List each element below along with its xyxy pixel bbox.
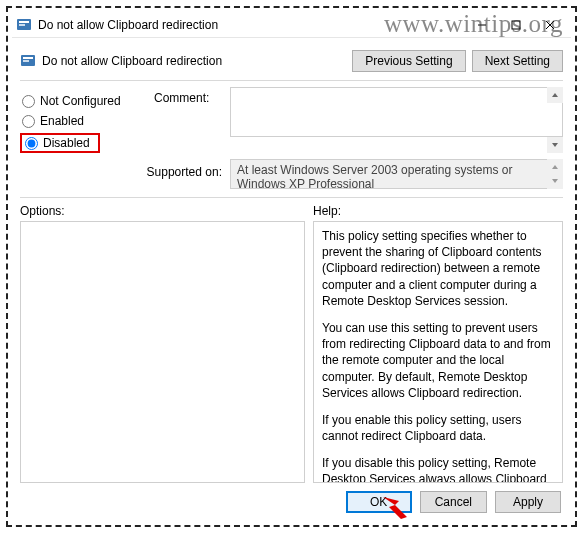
supported-field-wrap: At least Windows Server 2003 operating s… <box>230 159 563 189</box>
options-label: Options: <box>20 204 305 218</box>
help-text: If you enable this policy setting, users… <box>322 412 554 444</box>
help-text: This policy setting specifies whether to… <box>322 228 554 309</box>
radio-enabled[interactable]: Enabled <box>20 111 150 131</box>
comment-input[interactable] <box>230 87 563 137</box>
previous-setting-button[interactable]: Previous Setting <box>352 50 465 72</box>
radio-enabled-input[interactable] <box>22 115 35 128</box>
selected-highlight: Disabled <box>20 133 100 153</box>
window-titlebar: Do not allow Clipboard redirection <box>12 12 571 38</box>
next-setting-button[interactable]: Next Setting <box>472 50 563 72</box>
apply-button[interactable]: Apply <box>495 491 561 513</box>
svg-rect-8 <box>23 57 33 59</box>
svg-rect-1 <box>19 21 29 23</box>
svg-marker-13 <box>552 179 558 183</box>
svg-marker-12 <box>552 165 558 169</box>
maximize-button[interactable] <box>499 13 533 37</box>
close-button[interactable] <box>533 13 567 37</box>
cancel-button[interactable]: Cancel <box>420 491 487 513</box>
comment-label: Comment: <box>154 87 226 153</box>
minimize-button[interactable] <box>465 13 499 37</box>
ok-button[interactable]: OK <box>346 491 412 513</box>
dialog-footer: OK Cancel Apply <box>346 491 561 513</box>
policy-icon <box>16 17 32 33</box>
help-panel: This policy setting specifies whether to… <box>313 221 563 483</box>
policy-icon <box>20 53 36 69</box>
window-title: Do not allow Clipboard redirection <box>38 18 465 32</box>
radio-disabled-label: Disabled <box>43 136 90 150</box>
comment-field-wrap <box>230 87 563 153</box>
scroll-down-icon[interactable] <box>547 137 563 153</box>
supported-on-value: At least Windows Server 2003 operating s… <box>230 159 563 189</box>
help-text: You can use this setting to prevent user… <box>322 320 554 401</box>
divider <box>20 197 563 198</box>
radio-not-configured[interactable]: Not Configured <box>20 91 150 111</box>
svg-rect-9 <box>23 60 29 62</box>
svg-marker-11 <box>552 143 558 147</box>
svg-marker-10 <box>552 93 558 97</box>
scroll-down-icon <box>547 173 563 189</box>
options-panel <box>20 221 305 483</box>
radio-disabled-input[interactable] <box>25 137 38 150</box>
page-title: Do not allow Clipboard redirection <box>42 54 346 68</box>
svg-rect-4 <box>512 21 520 29</box>
divider <box>20 80 563 81</box>
supported-label: Supported on: <box>20 159 226 179</box>
radio-enabled-label: Enabled <box>40 114 84 128</box>
svg-rect-2 <box>19 24 25 26</box>
radio-disabled[interactable]: Disabled <box>23 136 92 150</box>
scroll-up-icon[interactable] <box>547 87 563 103</box>
help-text: If you disable this policy setting, Remo… <box>322 455 554 483</box>
radio-not-configured-label: Not Configured <box>40 94 121 108</box>
radio-not-configured-input[interactable] <box>22 95 35 108</box>
help-label: Help: <box>313 204 563 218</box>
setting-radio-group: Not Configured Enabled Disabled <box>20 87 150 153</box>
